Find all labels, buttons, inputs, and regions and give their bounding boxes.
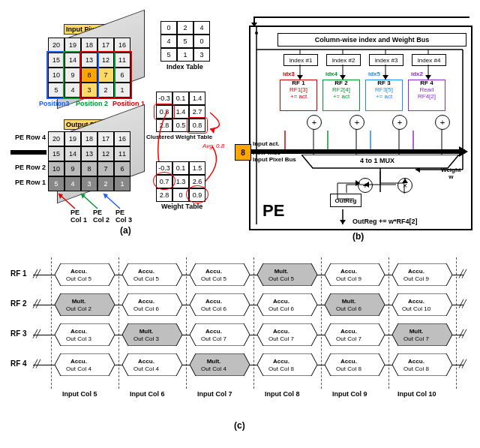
timeline-cell: Accu.Out Col 7 xyxy=(325,323,373,346)
timeline-cell: Accu.Out Col 5 xyxy=(55,263,103,286)
dash-3 xyxy=(254,257,254,389)
timeline-cell: Mult.Out Col 2 xyxy=(55,293,103,316)
index-table-title: Index Table xyxy=(166,63,203,71)
timeline-cell: Accu.Out Col 6 xyxy=(122,293,170,316)
timeline-cell: Mult.Out Col 3 xyxy=(122,323,170,346)
svg-marker-3 xyxy=(81,194,86,199)
timeline-cell: Accu.Out Col 8 xyxy=(392,353,440,376)
col-5-label: Input Col 5 xyxy=(62,390,98,398)
dash-0 xyxy=(51,257,52,389)
dash-4 xyxy=(321,257,322,389)
output-grid: 2019181716 1514131211 109876 54321 xyxy=(48,131,130,191)
dash-1 xyxy=(118,257,119,389)
timeline-cell: Accu.Out Col 9 xyxy=(325,263,373,286)
position-2-label: Position 2 xyxy=(76,100,108,107)
rf4-row-label: RF 4 xyxy=(10,359,27,368)
cont-left-1: ╱╱ xyxy=(33,269,39,278)
outreg-eq: OutReg += w*RF4[2] xyxy=(352,218,418,225)
cont-left-3: ╱╱ xyxy=(33,329,39,338)
timeline-cell: Mult.Out Col 4 xyxy=(190,353,238,376)
outreg-wires xyxy=(249,26,470,227)
timeline-cell: Accu.Out Col 3 xyxy=(55,323,103,346)
pixel-8-box: 8 xyxy=(235,144,251,161)
rf1-row-label: RF 1 xyxy=(10,269,27,278)
dash-5 xyxy=(388,257,389,389)
timeline-cell: Accu.Out Col 4 xyxy=(55,353,103,376)
thick-left-bus xyxy=(10,150,46,155)
timeline-cell: Mult.Out Col 7 xyxy=(392,323,440,346)
rf3-row-label: RF 3 xyxy=(10,329,27,338)
timeline-cell: Accu.Out Col 6 xyxy=(257,293,305,316)
svg-marker-54 xyxy=(356,180,360,186)
pe-col-1-label: PE Col 1 xyxy=(70,209,87,224)
timeline-cell: Accu.Out Col 7 xyxy=(190,323,238,346)
section-b-label: (b) xyxy=(352,231,364,242)
pe-row-4-label: PE Row 4 xyxy=(15,134,46,141)
pe-col-2-label: PE Col 2 xyxy=(93,209,110,224)
cont-left-2: ╱╱ xyxy=(33,299,39,308)
weight-table-title: Weight Table xyxy=(161,203,202,210)
timeline-cell: Accu.Out Col 8 xyxy=(325,353,373,376)
timeline-cell: Mult.Out Col 5 xyxy=(257,263,305,286)
wt-circle-1 xyxy=(153,172,176,190)
section-c-label: (c) xyxy=(234,420,245,431)
cont-right-1: ╱╱ xyxy=(459,269,465,278)
position-3-label: Position3 xyxy=(39,100,70,107)
dash-2 xyxy=(186,257,187,389)
timeline-cell: Accu.Out Col 5 xyxy=(122,263,170,286)
col-8-label: Input Col 8 xyxy=(265,390,300,398)
timeline-cell: Accu.Out Col 10 xyxy=(392,293,440,316)
arrow-down-1 xyxy=(251,23,257,27)
position-1-box xyxy=(80,51,132,99)
cont-right-4: ╱╱ xyxy=(459,359,465,368)
svg-marker-5 xyxy=(104,194,108,199)
part-c: RF 1 RF 2 RF 3 RF 4 ╱╱ ╱╱ ╱╱ ╱╱ ╱╱ ╱╱ ╱╱… xyxy=(6,251,474,424)
pe-col-3-label: PE Col 3 xyxy=(116,209,132,224)
cont-right-3: ╱╱ xyxy=(459,329,465,338)
cont-left-4: ╱╱ xyxy=(33,359,39,368)
rf2-row-label: RF 2 xyxy=(10,299,27,308)
timeline-cell: Accu.Out Col 6 xyxy=(190,293,238,316)
index-table: 024 450 513 xyxy=(160,21,210,62)
svg-marker-1 xyxy=(58,194,63,199)
col-10-label: Input Col 10 xyxy=(398,390,436,398)
timeline-cell: Mult.Out Col 6 xyxy=(325,293,373,316)
dash-6 xyxy=(456,257,457,389)
timeline-cell: Accu.Out Col 4 xyxy=(122,353,170,376)
cont-right-2: ╱╱ xyxy=(459,299,465,308)
pe-row-2-label: PE Row 2 xyxy=(15,164,46,171)
section-a-label: (a) xyxy=(120,225,131,236)
top-col-bus xyxy=(254,17,470,18)
pe-row-1-label: PE Row 1 xyxy=(15,179,46,186)
col-7-label: Input Col 7 xyxy=(197,390,232,398)
timeline-cell: Accu.Out Col 5 xyxy=(190,263,238,286)
timeline-cell: Accu.Out Col 7 xyxy=(257,323,305,346)
col-6-label: Input Col 6 xyxy=(130,390,165,398)
pe-label: PE xyxy=(262,201,284,221)
wt-circle-2 xyxy=(186,185,208,203)
timeline-cell: Accu.Out Col 8 xyxy=(257,353,305,376)
col-9-label: Input Col 9 xyxy=(332,390,368,398)
timeline-cell: Accu.Out Col 9 xyxy=(392,263,440,286)
